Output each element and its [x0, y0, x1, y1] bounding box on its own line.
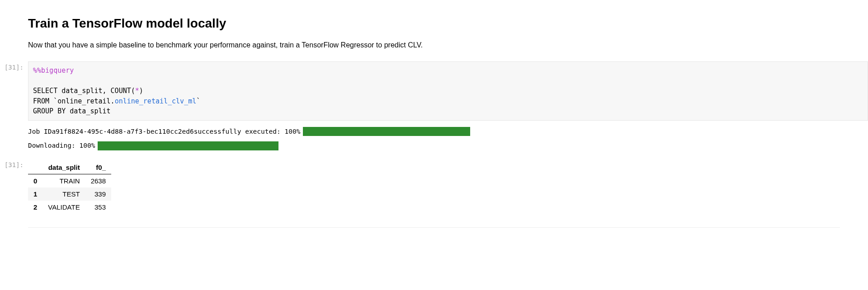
- magic-command: %%bigquery: [33, 66, 74, 75]
- code-input[interactable]: %%bigquery SELECT data_split, COUNT(*) F…: [28, 61, 868, 121]
- select-cols: data_split, COUNT(: [57, 87, 135, 95]
- job-id: a91f8824-495c-4d88-a7f3-bec110cc2ed6: [52, 127, 193, 137]
- output-prompt-blank: [0, 121, 28, 123]
- download-progress-bar: [98, 141, 278, 150]
- output-cell-progress: Job ID a91f8824-495c-4d88-a7f3-bec110cc2…: [0, 121, 868, 159]
- row-index: 0: [28, 174, 42, 188]
- table-ident: online_retail_clv_ml: [115, 97, 197, 105]
- job-progress-bar: [303, 127, 470, 136]
- download-status-line: Downloading: 100%: [28, 141, 868, 151]
- download-label: Downloading: 100%: [28, 141, 95, 151]
- code-cell: [31]: %%bigquery SELECT data_split, COUN…: [0, 61, 868, 121]
- group-cols: data_split: [66, 107, 110, 115]
- section-intro: Now that you have a simple baseline to b…: [28, 40, 868, 51]
- star: *: [135, 87, 139, 95]
- col-header-data-split: data_split: [42, 161, 85, 174]
- kw-from: FROM: [33, 97, 49, 105]
- notebook: Train a TensorFlow model locally Now tha…: [0, 16, 868, 228]
- cell-f0: 353: [85, 201, 111, 214]
- table-row: 1 TEST 339: [28, 187, 111, 201]
- section-heading: Train a TensorFlow model locally: [28, 16, 868, 31]
- tick-open: `: [49, 97, 57, 105]
- row-index: 2: [28, 201, 42, 214]
- cell-data-split: TEST: [42, 187, 85, 201]
- job-status-line: Job ID a91f8824-495c-4d88-a7f3-bec110cc2…: [28, 127, 868, 137]
- cell-data-split: TRAIN: [42, 174, 85, 188]
- col-header-f0: f0_: [85, 161, 111, 174]
- output-area: Job ID a91f8824-495c-4d88-a7f3-bec110cc2…: [28, 121, 868, 159]
- output-prompt: [31]:: [0, 159, 28, 168]
- kw-select: SELECT: [33, 87, 57, 95]
- tick-close: `: [196, 97, 200, 105]
- table-row: 2 VALIDATE 353: [28, 201, 111, 214]
- col-header-index: [28, 161, 42, 174]
- select-close: ): [139, 87, 143, 95]
- divider: [28, 227, 840, 228]
- job-prefix: Job ID: [28, 127, 52, 137]
- output-cell-table: [31]: data_split f0_ 0 TRAIN 2638: [0, 159, 868, 214]
- cell-f0: 2638: [85, 174, 111, 188]
- job-suffix: successfully executed: 100%: [194, 127, 301, 137]
- row-index: 1: [28, 187, 42, 201]
- input-prompt: [31]:: [0, 61, 28, 71]
- kw-group: GROUP BY: [33, 107, 66, 115]
- table-row: 0 TRAIN 2638: [28, 174, 111, 188]
- cell-data-split: VALIDATE: [42, 201, 85, 214]
- cell-f0: 339: [85, 187, 111, 201]
- dataframe-table: data_split f0_ 0 TRAIN 2638 1 TEST 339: [28, 161, 111, 214]
- schema: online_retail.: [57, 97, 114, 105]
